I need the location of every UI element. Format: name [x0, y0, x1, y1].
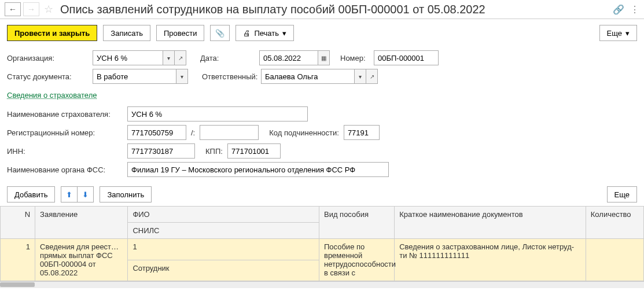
sub-code-label: Код подчиненности:	[263, 128, 339, 137]
reg-number-input[interactable]	[128, 126, 186, 139]
reg-number-label: Регистрационный номер:	[7, 128, 123, 137]
nav-forward-button[interactable]: →	[23, 2, 39, 16]
inn-input[interactable]	[128, 144, 194, 158]
attachment-icon[interactable]: 🔗	[613, 4, 624, 15]
paperclip-icon: 📎	[215, 29, 225, 38]
org-field[interactable]: ▾ ↗	[93, 50, 186, 65]
arrow-down-icon: ⬇	[82, 190, 89, 199]
nav-back-button[interactable]: ←	[5, 2, 21, 16]
table-row[interactable]: 1 Сведения для реест… прямых выплат ФСС …	[1, 239, 644, 260]
attach-button[interactable]: 📎	[210, 25, 230, 41]
kpp-label: КПП:	[200, 147, 223, 156]
responsible-field[interactable]: ▾ ↗	[261, 69, 378, 84]
number-label: Номер:	[334, 54, 369, 62]
insurer-info-link[interactable]: Сведения о страхователе	[7, 87, 97, 103]
number-input[interactable]	[374, 51, 438, 65]
insurer-name-input[interactable]	[128, 107, 307, 121]
status-label: Статус документа:	[7, 72, 88, 81]
col-fio[interactable]: ФИО	[128, 207, 319, 223]
more-vertical-icon[interactable]: ⋮	[630, 4, 639, 15]
insurer-name-label: Наименование страхователя:	[7, 110, 123, 119]
org-label: Организация:	[7, 54, 88, 62]
cell-snils[interactable]: Сотрудник	[128, 260, 319, 281]
fss-name-label: Наименование органа ФСС:	[7, 165, 123, 174]
col-n[interactable]: N	[1, 207, 35, 239]
sub-code-field[interactable]	[344, 125, 380, 140]
kpp-field[interactable]	[227, 143, 281, 159]
responsible-label: Ответственный:	[193, 72, 256, 81]
date-label: Дата:	[191, 54, 255, 62]
printer-icon: 🖨	[243, 29, 251, 38]
date-input[interactable]	[260, 51, 318, 65]
print-button[interactable]: 🖨 Печать ▾	[235, 25, 294, 41]
fss-name-field[interactable]	[127, 162, 389, 177]
page-title: Опись заявлений сотрудников на выплату п…	[60, 3, 610, 16]
dropdown-icon[interactable]: ▾	[176, 69, 187, 83]
inn-label: ИНН:	[7, 147, 123, 156]
cell-fio[interactable]: 1	[128, 239, 319, 260]
dropdown-icon[interactable]: ▾	[163, 51, 174, 65]
save-button[interactable]: Записать	[103, 25, 150, 41]
insurer-name-field[interactable]	[127, 106, 308, 121]
move-up-button[interactable]: ⬆	[61, 186, 77, 202]
run-and-close-button[interactable]: Провести и закрыть	[7, 25, 97, 41]
dropdown-icon[interactable]: ▾	[354, 69, 366, 83]
chevron-down-icon: ▾	[625, 29, 630, 38]
table-more-button[interactable]: Еще	[607, 186, 637, 202]
cell-benefit[interactable]: Пособие по временной нетрудоспособности …	[319, 239, 394, 281]
reg-number-ext-input[interactable]	[200, 126, 258, 139]
open-icon[interactable]: ↗	[366, 69, 377, 83]
reg-number-field[interactable]	[127, 125, 186, 140]
run-button[interactable]: Провести	[156, 25, 205, 41]
chevron-down-icon: ▾	[282, 29, 286, 38]
cell-docs[interactable]: Сведения о застрахованном лице, Листок н…	[395, 239, 586, 281]
cell-n[interactable]: 1	[1, 239, 35, 281]
col-qty[interactable]: Количество	[586, 207, 643, 239]
status-input[interactable]	[93, 69, 176, 83]
col-benefit[interactable]: Вид пособия	[319, 207, 394, 239]
move-down-button[interactable]: ⬇	[77, 186, 94, 202]
arrow-up-icon: ⬆	[66, 190, 72, 199]
col-app[interactable]: Заявление	[35, 207, 128, 239]
reg-number-ext-field[interactable]	[200, 125, 259, 140]
applications-table[interactable]: N Заявление ФИО Вид пособия Краткое наим…	[0, 206, 644, 281]
fill-button[interactable]: Заполнить	[100, 186, 152, 202]
cell-qty[interactable]	[586, 239, 643, 281]
number-field[interactable]	[374, 50, 439, 65]
cell-app[interactable]: Сведения для реест… прямых выплат ФСС 00…	[35, 239, 128, 281]
sub-code-input[interactable]	[344, 126, 379, 139]
fss-name-input[interactable]	[128, 163, 388, 176]
responsible-input[interactable]	[262, 69, 354, 83]
kpp-input[interactable]	[228, 144, 280, 158]
col-docs[interactable]: Краткое наименование документов	[395, 207, 586, 239]
org-input[interactable]	[93, 51, 163, 65]
more-button[interactable]: Еще ▾	[599, 25, 637, 41]
reg-number-slash-label: /:	[191, 128, 195, 137]
date-field[interactable]: ▦	[259, 50, 330, 65]
horizontal-scrollbar[interactable]	[0, 281, 644, 288]
inn-field[interactable]	[127, 143, 195, 159]
add-row-button[interactable]: Добавить	[7, 186, 55, 202]
open-icon[interactable]: ↗	[174, 51, 186, 65]
status-field[interactable]: ▾	[93, 69, 188, 84]
favorite-star-icon[interactable]: ☆	[42, 2, 56, 16]
calendar-icon[interactable]: ▦	[318, 51, 329, 65]
col-snils[interactable]: СНИЛС	[128, 223, 319, 239]
